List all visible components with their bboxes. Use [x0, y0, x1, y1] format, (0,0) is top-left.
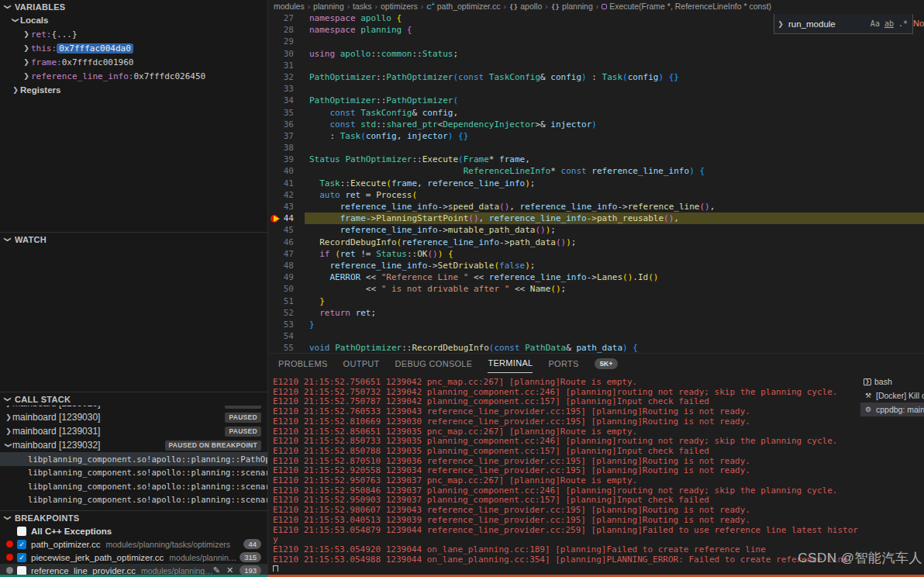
tab-problems[interactable]: PROBLEMS	[278, 354, 328, 373]
line-number[interactable]: 55	[269, 342, 309, 353]
line-number[interactable]: 37	[269, 130, 309, 142]
line-number[interactable]: 49	[269, 271, 309, 283]
call-stack-panel-header[interactable]: ❯ CALL STACK	[0, 392, 267, 406]
line-number[interactable]: 34	[269, 95, 309, 106]
breakpoint-checkbox[interactable]	[17, 566, 26, 575]
code-line[interactable]: 36 const std::shared_ptr<DependencyInjec…	[269, 119, 924, 130]
call-stack-thread[interactable]: ❯mainboard [1239032]PAUSED ON BREAKPOINT	[0, 438, 267, 452]
line-number[interactable]: 48	[269, 260, 309, 271]
code-line[interactable]: 35 const TaskConfig& config,	[269, 107, 924, 119]
code-line[interactable]: 45 reference_line_info->mutable_path_dat…	[269, 224, 924, 236]
whole-word-icon[interactable]: ab	[884, 19, 894, 28]
code-line[interactable]: 34PathOptimizer::PathOptimizer(	[269, 95, 924, 106]
terminal-list-item[interactable]: ❯bash	[860, 375, 924, 389]
watch-panel-header[interactable]: ❯ WATCH	[0, 233, 267, 246]
line-number[interactable]: 43	[269, 201, 309, 212]
call-stack-thread[interactable]: ❯mainboard [1239031]PAUSED	[0, 424, 267, 438]
breadcrumb-item[interactable]: {}planning	[551, 2, 593, 11]
line-number[interactable]: 44	[269, 212, 309, 224]
breakpoint-row[interactable]: All C++ Exceptions	[0, 524, 267, 537]
code-line[interactable]: 33	[269, 83, 924, 95]
breakpoints-panel-header[interactable]: ❯ BREAKPOINTS	[0, 511, 267, 524]
code-line[interactable]: 43 reference_line_info->speed_data(), re…	[269, 201, 924, 212]
call-stack-frame[interactable]: libplanning_component.so!apollo::plannin…	[0, 479, 267, 493]
line-number[interactable]: 28	[269, 24, 309, 36]
code-line[interactable]: 53}	[269, 319, 924, 330]
variables-group-registers[interactable]: ❯Registers	[0, 83, 267, 97]
terminal-panel[interactable]: E1210 21:15:52.750651 1239042 pnc_map.cc…	[269, 373, 924, 575]
line-number[interactable]: 52	[269, 307, 309, 319]
variable-row[interactable]: ❯frame: 0x7fffdc001960	[0, 55, 267, 69]
line-number[interactable]: 29	[269, 36, 309, 47]
line-number[interactable]: 31	[269, 60, 309, 71]
breadcrumb-item[interactable]: Execute(Frame *, ReferenceLineInfo * con…	[602, 2, 771, 11]
line-number[interactable]: 41	[269, 178, 309, 189]
breakpoint-row[interactable]: ✓path_optimizer.ccmodules/planning/tasks…	[0, 537, 267, 551]
regex-icon[interactable]: .*	[898, 19, 908, 28]
variable-row[interactable]: ❯ret: {...}	[0, 27, 267, 41]
variables-group-locals[interactable]: ❯Locals	[0, 13, 267, 27]
breakpoint-checkbox[interactable]	[17, 527, 26, 536]
breadcrumb-item[interactable]: optimizers	[381, 2, 418, 11]
code-line[interactable]: 46 RecordDebugInfo(reference_line_info->…	[269, 237, 924, 248]
terminal-list-item[interactable]: ⚙cppdbg: main	[860, 403, 924, 416]
code-area[interactable]: 27namespace apollo {28namespace planning…	[269, 12, 924, 353]
call-stack-thread[interactable]: ❯mainboard [1239030]PAUSED	[0, 410, 267, 424]
terminal-list-item[interactable]: ⚒[Docker] Kill c	[860, 389, 924, 403]
code-line[interactable]: 42 auto ret = Process(	[269, 189, 924, 201]
code-line[interactable]: 40 ReferenceLineInfo* const reference_li…	[269, 165, 924, 177]
code-line[interactable]: 31	[269, 60, 924, 71]
variable-row[interactable]: ❯reference_line_info: 0x7fffdc026450	[0, 69, 267, 83]
breadcrumb-item[interactable]: modules	[274, 2, 305, 11]
breakpoint-dot-icon[interactable]	[6, 554, 13, 561]
breakpoint-checkbox[interactable]: ✓	[17, 540, 26, 549]
code-line[interactable]: 39Status PathOptimizer::Execute(Frame* f…	[269, 154, 924, 165]
line-number[interactable]: 38	[269, 142, 309, 154]
line-number[interactable]: 50	[269, 283, 309, 295]
code-line[interactable]: 38	[269, 142, 924, 154]
find-expand-icon[interactable]: ❯	[774, 20, 787, 28]
line-number[interactable]: 30	[269, 48, 309, 60]
call-stack-frame[interactable]: libplanning_component.so!apollo::plannin…	[0, 466, 267, 480]
call-stack-frame[interactable]: libplanning_component.so!apollo::plannin…	[0, 493, 267, 507]
code-line[interactable]: 29	[269, 36, 924, 47]
code-line[interactable]: 51 }	[269, 295, 924, 307]
line-number[interactable]: 40	[269, 165, 309, 177]
line-number[interactable]: 39	[269, 154, 309, 165]
line-number[interactable]: 53	[269, 319, 309, 330]
breakpoint-row[interactable]: ✓piecewise_jerk_path_optimizer.ccmodules…	[0, 551, 267, 564]
breadcrumb-item[interactable]: {}apollo	[509, 2, 542, 11]
line-number[interactable]: 33	[269, 83, 309, 95]
code-line[interactable]: 55void PathOptimizer::RecordDebugInfo(co…	[269, 342, 924, 353]
variables-panel-header[interactable]: ❯ VARIABLES	[0, 0, 267, 13]
variable-row[interactable]: ❯this: 0x7fffac004da0	[0, 41, 267, 55]
line-number[interactable]: 45	[269, 224, 309, 236]
tab-terminal[interactable]: TERMINAL	[488, 354, 533, 373]
code-line[interactable]: 54	[269, 330, 924, 342]
breadcrumb-item[interactable]: Cpath_optimizer.cc	[426, 2, 500, 11]
code-line[interactable]: 32PathOptimizer::PathOptimizer(const Tas…	[269, 71, 924, 83]
code-line[interactable]: 49 AERROR << "Reference Line " << refere…	[269, 271, 924, 283]
code-line[interactable]: 52 return ret;	[269, 307, 924, 319]
breakpoint-dot-icon[interactable]	[6, 567, 13, 574]
code-line[interactable]: 48 reference_line_info->SetDrivable(fals…	[269, 260, 924, 271]
breakpoint-row[interactable]: reference_line_provider.ccmodules/planni…	[0, 564, 267, 575]
line-number[interactable]: 27	[269, 12, 309, 24]
match-case-icon[interactable]: Aa	[871, 19, 880, 28]
find-input[interactable]: run_module	[787, 19, 871, 29]
line-number[interactable]: 35	[269, 107, 309, 119]
tab-output[interactable]: OUTPUT	[343, 354, 380, 373]
breakpoint-checkbox[interactable]: ✓	[17, 553, 26, 562]
line-number[interactable]: 54	[269, 330, 309, 342]
breadcrumb-item[interactable]: planning	[313, 2, 344, 11]
tab-ports[interactable]: PORTS	[548, 354, 578, 373]
breakpoint-dot-icon[interactable]	[6, 541, 13, 548]
terminal-output[interactable]: E1210 21:15:52.750651 1239042 pnc_map.cc…	[273, 378, 862, 572]
line-number[interactable]: 42	[269, 189, 309, 201]
tab-debug-console[interactable]: DEBUG CONSOLE	[395, 354, 473, 373]
code-line[interactable]: 47 if (ret != Status::OK()) {	[269, 248, 924, 260]
line-number[interactable]: 32	[269, 71, 309, 83]
code-line[interactable]: 44 frame->PlanningStartPoint(), referenc…	[269, 212, 924, 224]
code-line[interactable]: 37 : Task(config, injector) {}	[269, 130, 924, 142]
breadcrumb-item[interactable]: tasks	[353, 2, 372, 11]
